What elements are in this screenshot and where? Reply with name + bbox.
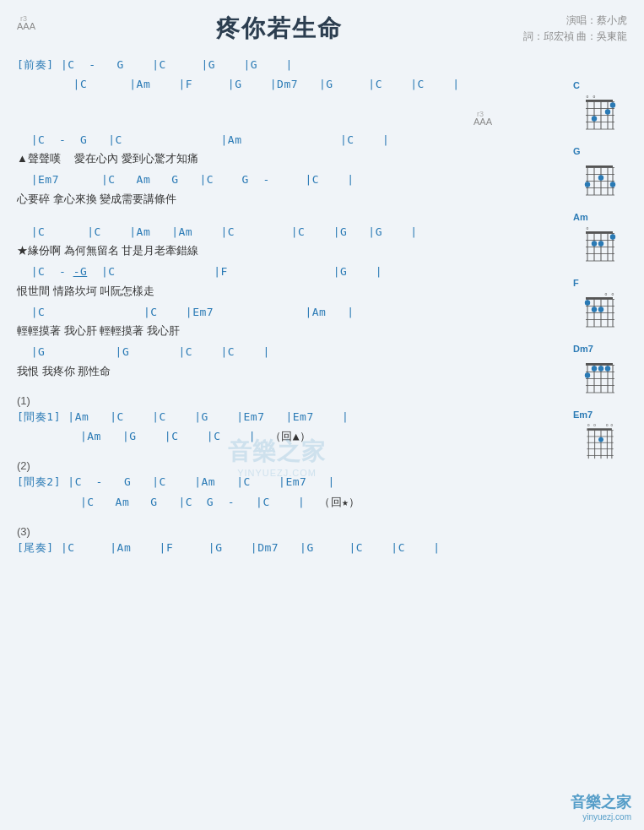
interlude1-line2: |Am |G |C |C | （回▲） xyxy=(17,426,560,446)
intro-section: [前奏] |C - G |C |G |G | |C |Am |F |G |Dm7… xyxy=(17,55,560,95)
c-chord-label: C xyxy=(573,80,580,90)
g-chord-diagram: G xyxy=(568,146,627,197)
c-chord-diagram: C o o xyxy=(568,80,627,131)
svg-text:o: o xyxy=(593,94,596,99)
verse1-section: |C - G |C |Am |C | ▲聲聲嘆 愛在心內 愛到心驚才知痛 |Em… xyxy=(17,130,560,209)
verse2-chord3: |C |C |Em7 |Am | xyxy=(17,302,560,322)
svg-text:o: o xyxy=(587,225,589,231)
svg-point-59 xyxy=(592,307,597,312)
aaa-top-left: AAA xyxy=(17,13,35,31)
svg-point-28 xyxy=(610,182,615,187)
interlude2-label-line: [間奏2] |C - G |C |Am |C |Em7 | xyxy=(17,472,560,491)
interlude2-line2: |C Am G |C G - |C | （回★） xyxy=(17,492,560,512)
verse2-lyric4: 我恨 我疼你 那性命 xyxy=(17,362,560,381)
verse1-lyric1: ▲聲聲嘆 愛在心內 愛到心驚才知痛 xyxy=(17,149,560,168)
song-title: 疼你若生命 xyxy=(216,13,343,45)
verse2-lyric2: 恨世間 情路坎坷 叫阮怎樣走 xyxy=(17,282,560,301)
verse2-chord1: |C |C |Am |Am |C |C |G |G | xyxy=(17,222,560,241)
intro-line2: |C |Am |F |G |Dm7 |G |C |C | xyxy=(17,74,560,94)
outro-label-line: [尾奏] |C |Am |F |G |Dm7 |G |C |C | xyxy=(17,538,560,557)
svg-point-29 xyxy=(598,175,603,180)
footer-logo-main: 音樂之家 xyxy=(571,792,631,812)
verse2-lyric1: ★緣份啊 為何無留名 甘是月老牽錯線 xyxy=(17,241,560,260)
svg-point-15 xyxy=(592,116,597,121)
paren1-label: (1) xyxy=(17,394,560,407)
svg-point-13 xyxy=(610,102,615,107)
intro-label: [前奏] xyxy=(17,58,54,71)
em7-chord-label: Em7 xyxy=(573,410,593,420)
f-chord-diagram: F o o xyxy=(568,278,627,328)
paren3-label: (3) xyxy=(17,525,560,538)
svg-point-60 xyxy=(598,307,603,312)
svg-point-73 xyxy=(598,366,603,371)
svg-point-75 xyxy=(605,366,610,371)
g-chord-label: G xyxy=(573,146,581,156)
svg-point-58 xyxy=(585,300,590,305)
svg-text:o: o xyxy=(606,423,609,427)
svg-point-27 xyxy=(585,182,590,187)
svg-point-43 xyxy=(598,241,603,246)
svg-text:o: o xyxy=(605,291,608,296)
am-chord-diagram: Am o xyxy=(568,212,627,263)
verse2-chord2: |C - -G |C |F |G | xyxy=(17,262,560,281)
dm7-chord-diagram: Dm7 xyxy=(568,344,627,394)
svg-point-14 xyxy=(605,109,610,114)
f-chord-label: F xyxy=(573,278,579,288)
aaa-right: AAA xyxy=(474,108,492,127)
singer-text: 演唱：蔡小虎 xyxy=(523,13,627,29)
footer-logo: 音樂之家 yinyuezj.com xyxy=(571,792,631,822)
paren2-label: (2) xyxy=(17,459,560,472)
interlude1-label-line: [間奏1] |Am |C |C |G |Em7 |Em7 | xyxy=(17,407,560,426)
verse2-lyric3: 輕輕摸著 我心肝 輕輕摸著 我心肝 xyxy=(17,322,560,340)
chord-diagrams: C o o xyxy=(568,55,627,563)
svg-text:o: o xyxy=(611,423,614,427)
svg-point-74 xyxy=(585,372,590,377)
svg-text:o: o xyxy=(587,423,590,427)
footer-logo-sub: yinyuezj.com xyxy=(571,812,631,822)
svg-text:o: o xyxy=(587,94,589,99)
svg-point-72 xyxy=(592,366,597,371)
am-chord-label: Am xyxy=(573,212,588,222)
verse1-chord2: |Em7 |C Am G |C G - |C | xyxy=(17,170,560,189)
verse1-chord1: |C - G |C |Am |C | xyxy=(17,130,560,149)
verse2-chord4: |G |G |C |C | xyxy=(17,342,560,361)
paren2-section: (2) [間奏2] |C - G |C |Am |C |Em7 | |C Am … xyxy=(17,459,560,512)
svg-point-42 xyxy=(610,234,615,239)
verse2-section: |C |C |Am |Am |C |C |G |G | ★緣份啊 為何無留名 甘… xyxy=(17,222,560,381)
em7-chord-diagram: Em7 o o o o xyxy=(568,410,627,460)
svg-text:o: o xyxy=(593,423,596,427)
svg-point-44 xyxy=(592,241,597,246)
svg-text:o: o xyxy=(612,291,614,296)
singer-info: 演唱：蔡小虎 詞：邱宏禎 曲：吳東龍 xyxy=(523,13,627,45)
dm7-chord-label: Dm7 xyxy=(573,344,593,354)
paren1-section: (1) [間奏1] |Am |C |C |G |Em7 |Em7 | |Am |… xyxy=(17,394,560,447)
lyricist-text: 詞：邱宏禎 曲：吳東龍 xyxy=(523,29,627,45)
paren3-section: (3) [尾奏] |C |Am |F |G |Dm7 |G |C |C | xyxy=(17,525,560,557)
verse1-lyric2: 心要碎 拿心來換 變成需要講條件 xyxy=(17,190,560,209)
svg-point-91 xyxy=(598,437,603,442)
intro-line1: [前奏] |C - G |C |G |G | xyxy=(17,55,560,74)
